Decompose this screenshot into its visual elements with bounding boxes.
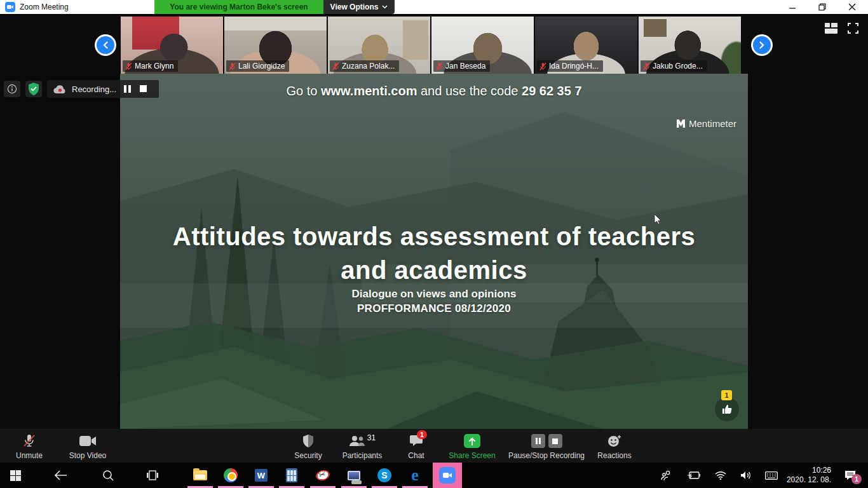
screen-share-banner: You are viewing Marton Beke's screen: [154, 0, 323, 14]
snipping-tool-taskbar-icon[interactable]: [308, 463, 338, 488]
participant-name: Ida Dringó-H...: [549, 62, 599, 71]
stop-video-button[interactable]: Stop Video: [65, 429, 111, 463]
mic-muted-icon: [23, 434, 36, 448]
participant-video-tile[interactable]: Mark Glynn: [121, 17, 223, 74]
mic-muted-icon: [332, 62, 339, 71]
mentimeter-logo-text: Mentimeter: [689, 118, 736, 129]
chat-button[interactable]: 1 Chat: [397, 429, 435, 463]
participant-name: Jakub Grode...: [653, 62, 703, 71]
minimize-button[interactable]: [782, 0, 803, 14]
mic-muted-icon: [125, 62, 132, 71]
chevron-right-icon: [753, 36, 771, 54]
participant-name: Zuzana Polak...: [342, 62, 395, 71]
slide-event-line: PROFFORMANCE 08/12/2020: [148, 302, 720, 315]
stop-icon[interactable]: [548, 434, 562, 448]
restore-button[interactable]: [811, 0, 833, 14]
action-center-button[interactable]: 1: [836, 463, 864, 488]
mic-muted-icon: [229, 62, 236, 71]
menti-join-instruction: Go to www.menti.com and use the code 29 …: [120, 84, 748, 98]
notification-count-badge: 1: [851, 474, 862, 484]
close-button[interactable]: [841, 0, 863, 14]
reaction-count-badge: 1: [721, 390, 732, 400]
start-button[interactable]: [0, 463, 31, 488]
mentimeter-logo-icon: [677, 119, 685, 128]
slide-title: Attitudes towards assessment of teachers…: [148, 220, 720, 287]
pause-stop-recording-button[interactable]: Pause/Stop Recording: [504, 429, 589, 463]
participant-video-tile[interactable]: Jakub Grode...: [639, 17, 741, 74]
mic-muted-icon: [643, 62, 650, 71]
chrome-taskbar-icon[interactable]: [215, 463, 246, 488]
tray-battery-icon[interactable]: [682, 463, 705, 488]
view-options-label: View Options: [330, 3, 379, 11]
meeting-info-button[interactable]: [4, 81, 20, 97]
security-button[interactable]: Security: [287, 429, 329, 463]
task-view-button[interactable]: [137, 463, 168, 488]
zoom-app-icon: [5, 2, 15, 12]
camera-icon: [79, 436, 96, 446]
back-arrow-icon: [55, 470, 67, 480]
tray-wifi-icon[interactable]: [709, 463, 732, 488]
mic-muted-icon: [436, 62, 443, 71]
title-bar: Zoom Meeting You are viewing Marton Beke…: [0, 0, 868, 15]
chat-unread-badge: 1: [417, 430, 427, 439]
participant-video-tile[interactable]: Zuzana Polak...: [328, 17, 430, 74]
window-title: Zoom Meeting: [20, 3, 69, 11]
participant-video-tile[interactable]: Ida Dringó-H...: [535, 17, 637, 74]
pause-icon[interactable]: [531, 434, 545, 448]
scroll-participants-left-button[interactable]: [95, 34, 116, 56]
clock-time: 10:26: [812, 466, 831, 475]
participant-name: Mark Glynn: [135, 62, 173, 71]
pause-recording-icon[interactable]: [124, 85, 131, 93]
participant-video-tile[interactable]: Lali Giorgidze: [224, 17, 327, 74]
clock-date: 2020. 12. 08.: [787, 475, 831, 485]
fullscreen-icon[interactable]: [848, 23, 858, 34]
recording-indicator-panel: Recording...: [47, 80, 159, 98]
security-shield-icon: [302, 435, 314, 447]
search-icon: [102, 470, 114, 481]
meeting-toolbar: Unmute Stop Video Security 31 Participan…: [0, 429, 868, 463]
reactions-button[interactable]: Reactions: [593, 429, 635, 463]
view-options-button[interactable]: View Options: [323, 0, 395, 14]
windows-taskbar: W S e 10:26 2020. 12. 08. 1: [0, 463, 868, 488]
green-shield-check-icon: [28, 83, 39, 95]
participants-button[interactable]: 31 Participants: [336, 429, 389, 463]
gallery-view-icon[interactable]: [825, 23, 837, 34]
participants-icon: [349, 435, 365, 447]
edge-taskbar-icon[interactable]: e: [400, 463, 430, 488]
mentimeter-logo: Mentimeter: [677, 118, 736, 129]
recording-cloud-icon: [53, 85, 67, 94]
back-button[interactable]: [46, 463, 76, 488]
scroll-participants-right-button[interactable]: [751, 34, 773, 56]
tray-people-icon[interactable]: [654, 463, 677, 488]
encryption-shield-button[interactable]: [25, 81, 42, 97]
menti-code: 29 62 35 7: [522, 84, 582, 98]
taskbar-clock[interactable]: 10:26 2020. 12. 08.: [780, 463, 831, 488]
remote-desktop-taskbar-icon[interactable]: [339, 463, 369, 488]
windows-logo-icon: [10, 470, 21, 481]
calculator-taskbar-icon[interactable]: [276, 463, 307, 488]
file-explorer-taskbar-icon[interactable]: [185, 463, 215, 488]
zoom-meeting-window: Zoom Meeting You are viewing Marton Beke…: [0, 0, 868, 488]
app-identity: Zoom Meeting: [5, 2, 69, 12]
search-button[interactable]: [93, 463, 123, 488]
task-view-icon: [147, 470, 158, 480]
menti-url: www.menti.com: [321, 84, 417, 98]
word-taskbar-icon[interactable]: W: [246, 463, 276, 488]
slide-subtitle: Dialogue on views and opinions: [148, 288, 720, 301]
zoom-taskbar-icon-active[interactable]: [433, 463, 462, 488]
reactions-smiley-icon: [607, 435, 621, 447]
thumbs-up-icon: [721, 403, 733, 415]
tray-volume-icon[interactable]: [735, 463, 757, 488]
chevron-down-icon: [382, 5, 388, 9]
recording-status-text: Recording...: [72, 85, 116, 94]
skype-taskbar-icon[interactable]: S: [369, 463, 400, 488]
mic-muted-icon: [539, 62, 546, 71]
participants-count: 31: [367, 433, 376, 442]
participant-video-tile[interactable]: Jan Beseda: [431, 17, 534, 74]
share-screen-button[interactable]: Share Screen: [444, 429, 501, 463]
unmute-button[interactable]: Unmute: [10, 429, 49, 463]
mouse-cursor: [654, 214, 661, 225]
chevron-left-icon: [97, 36, 114, 54]
tray-touch-keyboard-icon[interactable]: [760, 463, 783, 488]
stop-recording-icon[interactable]: [140, 85, 147, 92]
